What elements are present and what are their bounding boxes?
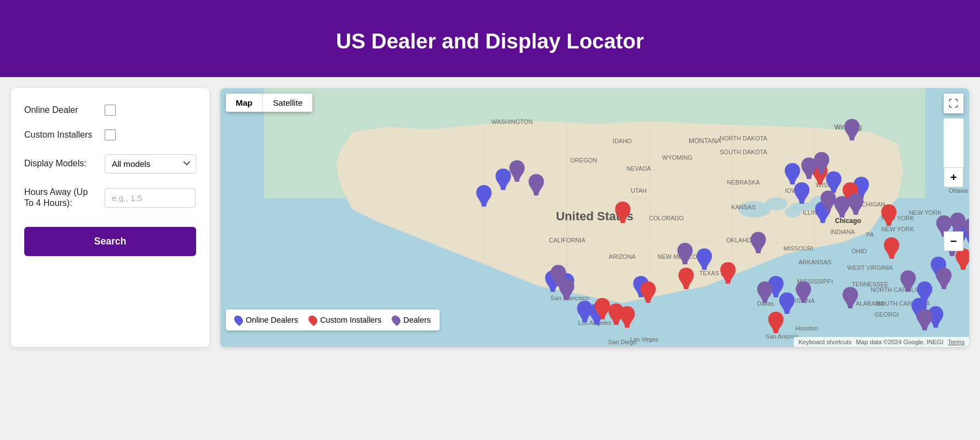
- hours-away-label: Hours Away (Up To 4 Hours):: [24, 187, 96, 210]
- svg-text:OREGON: OREGON: [570, 157, 597, 164]
- legend-dealers: Dealers: [392, 315, 431, 325]
- map-data-text: Map data ©2024 Google, INEGI: [856, 339, 944, 345]
- map-container[interactable]: Map Satellite ⛶ + −: [220, 88, 969, 347]
- svg-text:IDAHO: IDAHO: [613, 138, 632, 144]
- svg-text:WASHINGTON: WASHINGTON: [491, 118, 533, 125]
- svg-text:San Antonio: San Antonio: [766, 333, 798, 340]
- zoom-placeholder-top: [944, 118, 963, 168]
- map-zoom-controls: + −: [944, 118, 963, 251]
- svg-point-4: [766, 197, 788, 210]
- svg-text:WYOMING: WYOMING: [662, 154, 692, 161]
- keyboard-shortcuts-link[interactable]: Keyboard shortcuts: [798, 339, 851, 345]
- svg-text:INDIANA: INDIANA: [830, 229, 855, 235]
- svg-text:Chicago: Chicago: [835, 217, 861, 225]
- svg-text:COLORADO: COLORADO: [649, 215, 684, 221]
- svg-text:ARKANSAS: ARKANSAS: [799, 259, 832, 265]
- map-panel: Map Satellite ⛶ + −: [220, 88, 969, 347]
- zoom-in-button[interactable]: +: [944, 167, 963, 187]
- display-models-filter: Display Models: All models: [24, 154, 196, 173]
- svg-text:Houston: Houston: [795, 325, 818, 332]
- dealers-label: Dealers: [403, 316, 431, 324]
- pin-custom-14: [956, 248, 970, 270]
- search-button[interactable]: Search: [24, 227, 196, 256]
- display-models-select-wrap: All models: [105, 154, 196, 173]
- terms-link[interactable]: Terms: [948, 339, 965, 345]
- svg-text:NEW YORK: NEW YORK: [909, 209, 942, 216]
- legend-custom-installers: Custom Installers: [309, 315, 381, 325]
- custom-installers-filter: Custom Installers: [24, 129, 196, 141]
- page-header: US Dealer and Display Locator: [0, 0, 980, 77]
- map-legend: Online Dealers Custom Installers Dealers: [226, 309, 440, 330]
- svg-text:NEBRASKA: NEBRASKA: [727, 179, 761, 186]
- svg-text:GEORGI: GEORGI: [874, 311, 898, 318]
- legend-online-dealers: Online Dealers: [235, 315, 298, 325]
- hours-away-filter: Hours Away (Up To 4 Hours):: [24, 187, 196, 210]
- svg-text:ARIZONA: ARIZONA: [609, 253, 636, 260]
- svg-text:NORTH CAROLINA: NORTH CAROLINA: [870, 286, 925, 293]
- svg-text:PA: PA: [867, 231, 875, 238]
- svg-text:MISSOURI: MISSOURI: [783, 245, 813, 252]
- display-models-label: Display Models:: [24, 158, 96, 170]
- display-models-select[interactable]: All models: [105, 154, 196, 173]
- map-attribution: Keyboard shortcuts Map data ©2024 Google…: [794, 337, 969, 347]
- page-title: US Dealer and Display Locator: [336, 29, 644, 53]
- svg-text:NEVADA: NEVADA: [626, 165, 651, 172]
- svg-text:NORTH DAKOTA: NORTH DAKOTA: [719, 135, 767, 142]
- satellite-view-button[interactable]: Satellite: [263, 94, 312, 112]
- hours-away-input[interactable]: [105, 188, 196, 208]
- svg-text:KANSAS: KANSAS: [731, 204, 756, 210]
- custom-installers-label: Custom Installers: [320, 316, 381, 324]
- map-svg: United States MONTANA IDAHO OREGON NEVAD…: [220, 88, 969, 347]
- dealer-pin-icon: [390, 314, 403, 327]
- custom-installer-pin-icon: [307, 314, 320, 327]
- svg-text:OHIO: OHIO: [851, 248, 867, 254]
- online-dealer-checkbox[interactable]: [105, 105, 116, 116]
- pin-dealer-15: [936, 268, 952, 289]
- main-content: Online Dealer Custom Installers Display …: [0, 77, 980, 358]
- map-view-button[interactable]: Map: [226, 94, 263, 112]
- svg-text:CALIFORNIA: CALIFORNIA: [549, 237, 586, 243]
- zoom-out-button[interactable]: −: [944, 231, 963, 251]
- svg-text:San Diego: San Diego: [608, 339, 636, 345]
- svg-text:NEW YORK: NEW YORK: [881, 226, 914, 232]
- online-dealer-filter: Online Dealer: [24, 105, 196, 116]
- svg-text:MONTANA: MONTANA: [689, 137, 721, 145]
- online-dealers-label: Online Dealers: [246, 316, 298, 324]
- fullscreen-icon: ⛶: [949, 98, 959, 110]
- custom-installers-label: Custom Installers: [24, 129, 96, 141]
- svg-text:UTAH: UTAH: [631, 187, 647, 194]
- custom-installers-checkbox[interactable]: [105, 129, 116, 140]
- online-dealer-label: Online Dealer: [24, 105, 96, 116]
- svg-text:WEST VIRGINIA: WEST VIRGINIA: [847, 264, 894, 271]
- fullscreen-button[interactable]: ⛶: [944, 94, 963, 113]
- online-dealer-pin-icon: [232, 314, 245, 327]
- filter-panel: Online Dealer Custom Installers Display …: [11, 88, 209, 347]
- map-view-toggle: Map Satellite: [226, 94, 312, 112]
- svg-text:SOUTH DAKOTA: SOUTH DAKOTA: [720, 149, 768, 155]
